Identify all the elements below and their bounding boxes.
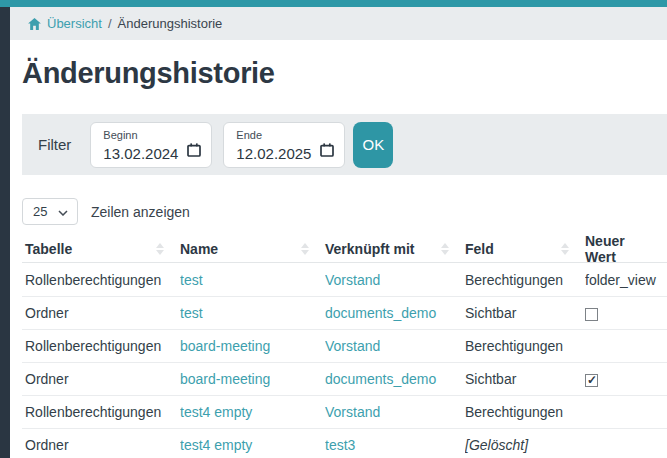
cell-name-link[interactable]: board-meeting xyxy=(180,371,270,387)
top-accent-bar xyxy=(0,0,667,7)
table-body: Rollenberechtigungen test Vorstand Berec… xyxy=(22,263,667,458)
checkbox-unchecked[interactable] xyxy=(585,308,598,321)
cell-tabelle: Rollenberechtigungen xyxy=(22,272,180,288)
end-date-label: Ende xyxy=(236,128,344,142)
cell-verknuepft-link[interactable]: documents_demo xyxy=(325,305,436,321)
begin-date-label: Beginn xyxy=(103,128,211,142)
cell-neuer-wert xyxy=(585,371,667,387)
cell-tabelle: Ordner xyxy=(22,437,180,453)
cell-name-link[interactable]: board-meeting xyxy=(180,338,270,354)
filter-label: Filter xyxy=(38,136,71,153)
column-header-tabelle[interactable]: Tabelle xyxy=(22,241,180,257)
calendar-icon[interactable] xyxy=(320,143,334,157)
column-header-feld[interactable]: Feld xyxy=(465,241,585,257)
checkbox-checked[interactable] xyxy=(585,374,598,387)
cell-verknuepft-link[interactable]: Vorstand xyxy=(325,404,380,420)
page-title: Änderungshistorie xyxy=(22,57,667,90)
main-content: Übersicht / Änderungshistorie Änderungsh… xyxy=(10,0,667,458)
home-icon[interactable] xyxy=(28,18,41,30)
cell-name-link[interactable]: test4 empty xyxy=(180,437,252,453)
page-length-label: Zeilen anzeigen xyxy=(91,204,190,220)
cell-tabelle: Rollenberechtigungen xyxy=(22,338,180,354)
cell-feld: [Gelöscht] xyxy=(465,437,585,453)
ok-button[interactable]: OK xyxy=(353,122,393,168)
table-header-row: Tabelle Name Verknüpft mit Feld Neuer We… xyxy=(22,233,667,263)
column-header-verknuepft-mit[interactable]: Verknüpft mit xyxy=(325,241,465,257)
cell-tabelle: Ordner xyxy=(22,305,180,321)
chevron-down-icon xyxy=(58,204,68,219)
table-row: Rollenberechtigungen test Vorstand Berec… xyxy=(22,263,667,296)
page-length-control: 25 Zeilen anzeigen xyxy=(22,198,667,225)
calendar-icon[interactable] xyxy=(187,143,201,157)
table-row: Rollenberechtigungen board-meeting Vorst… xyxy=(22,329,667,362)
cell-verknuepft-link[interactable]: Vorstand xyxy=(325,338,380,354)
table-row: Ordner board-meeting documents_demo Sich… xyxy=(22,362,667,395)
breadcrumb: Übersicht / Änderungshistorie xyxy=(10,7,667,40)
cell-tabelle: Ordner xyxy=(22,371,180,387)
cell-feld: Berechtigungen xyxy=(465,404,585,420)
cell-name-link[interactable]: test xyxy=(180,272,203,288)
table-row: Ordner test documents_demo Sichtbar xyxy=(22,296,667,329)
cell-name-link[interactable]: test xyxy=(180,305,203,321)
sort-icon[interactable] xyxy=(441,243,449,255)
page-length-select[interactable]: 25 xyxy=(22,198,78,225)
cell-neuer-wert: folder_view xyxy=(585,272,667,288)
cell-feld: Berechtigungen xyxy=(465,272,585,288)
sort-icon[interactable] xyxy=(561,243,569,255)
cell-neuer-wert xyxy=(585,305,667,321)
cell-verknuepft-link[interactable]: documents_demo xyxy=(325,371,436,387)
history-table: Tabelle Name Verknüpft mit Feld Neuer We… xyxy=(22,233,667,458)
breadcrumb-current: Änderungshistorie xyxy=(118,16,223,31)
table-row: Rollenberechtigungen test4 empty Vorstan… xyxy=(22,395,667,428)
breadcrumb-link-uebersicht[interactable]: Übersicht xyxy=(47,16,102,31)
cell-feld: Sichtbar xyxy=(465,305,585,321)
cell-feld: Berechtigungen xyxy=(465,338,585,354)
column-header-name[interactable]: Name xyxy=(180,241,325,257)
breadcrumb-separator: / xyxy=(108,16,112,31)
filter-bar: Filter Beginn 13.02.2024 Ende 12.02.2025… xyxy=(22,114,667,175)
cell-feld: Sichtbar xyxy=(465,371,585,387)
table-row: Ordner test4 empty test3 [Gelöscht] xyxy=(22,428,667,458)
cell-verknuepft-link[interactable]: Vorstand xyxy=(325,272,380,288)
begin-date-field[interactable]: Beginn 13.02.2024 xyxy=(90,122,212,168)
cell-name-link[interactable]: test4 empty xyxy=(180,404,252,420)
sort-icon[interactable] xyxy=(301,243,309,255)
left-sidebar-edge xyxy=(0,7,10,458)
cell-verknuepft-link[interactable]: test3 xyxy=(325,437,355,453)
page-length-value: 25 xyxy=(33,204,47,219)
end-date-field[interactable]: Ende 12.02.2025 xyxy=(223,122,345,168)
cell-tabelle: Rollenberechtigungen xyxy=(22,404,180,420)
column-header-neuer-wert[interactable]: Neuer Wert xyxy=(585,233,667,265)
sort-icon[interactable] xyxy=(156,243,164,255)
